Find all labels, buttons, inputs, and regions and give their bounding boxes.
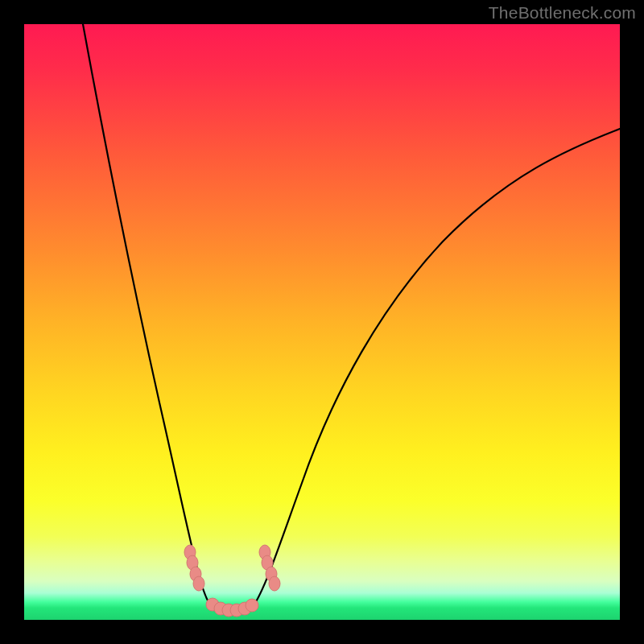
bead-marker [193,576,204,591]
curve-left-branch [83,24,211,605]
curve-layer [24,24,620,620]
curve-right-branch [253,129,620,607]
watermark-text: TheBottleneck.com [489,3,636,23]
chart-frame: TheBottleneck.com [0,0,644,644]
bead-marker [269,576,280,591]
bead-marker [246,599,258,612]
plot-area [24,24,620,620]
